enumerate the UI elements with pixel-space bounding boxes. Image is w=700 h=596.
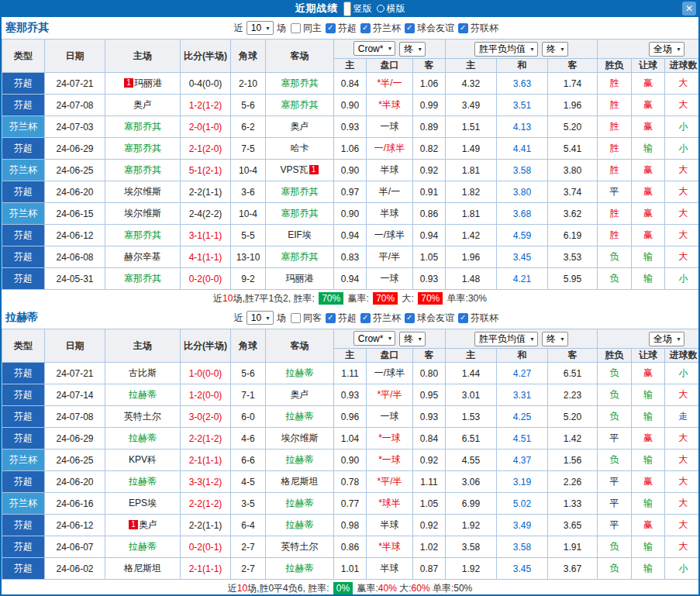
scope-select[interactable]: 全场▼	[649, 42, 684, 57]
sub-column-header: 盘口	[367, 59, 413, 73]
match-date: 24-07-03	[45, 116, 105, 138]
home-team: 英特土尔	[105, 406, 181, 428]
same-venue-checkbox[interactable]: 同主	[291, 22, 322, 35]
europe-draw-odds: 3.45	[497, 558, 548, 580]
match-row: 芬超24-06-29塞那乔其2-1(2-0)7-5哈卡1.06一/球半0.821…	[2, 138, 700, 160]
team-label: 塞那乔其	[281, 251, 319, 262]
summary-part: 场,胜7平1负2, 胜率:	[233, 292, 317, 305]
home-team: 拉赫蒂	[105, 536, 181, 558]
europe-odds-select[interactable]: 胜平负均值▼	[474, 332, 538, 346]
team-label: 埃尔维斯	[281, 432, 319, 443]
result: 胜	[598, 138, 632, 160]
titlebar: 近期战绩 竖版 横版 ✕	[2, 0, 698, 17]
away-team: 塞那乔其	[266, 203, 334, 225]
column-header: 日期	[45, 329, 105, 363]
team-label: 塞那乔其	[281, 186, 319, 197]
handicap-result: 输	[632, 536, 665, 558]
select-value: Crow*	[358, 333, 384, 344]
europe-away-odds: 1.96	[548, 95, 598, 116]
score: 5-1(2-1)	[181, 160, 231, 181]
asian-home-odds: 0.93	[334, 116, 367, 138]
match-date: 24-06-25	[45, 450, 105, 471]
team-label: 塞那乔其	[124, 143, 161, 153]
europe-final-select[interactable]: 终▼	[542, 42, 568, 57]
sub-column-header: 客	[413, 349, 446, 363]
handicap: *一球	[367, 428, 413, 450]
away-team: 英特土尔	[266, 536, 334, 558]
team-label: 塞那乔其	[281, 99, 319, 110]
result: 胜	[598, 160, 632, 181]
asian-away-odds: 1.06	[413, 73, 446, 95]
europe-final-select[interactable]: 终▼	[542, 332, 568, 346]
league-tag: 芬超	[2, 558, 45, 580]
result: 胜	[598, 116, 632, 138]
away-team: 拉赫蒂	[266, 493, 334, 515]
checkbox-icon	[360, 313, 371, 323]
corners: 10-4	[231, 160, 266, 181]
result: 负	[598, 268, 632, 290]
europe-home-odds: 3.58	[446, 536, 497, 558]
column-header: 角球	[231, 329, 266, 363]
summary-part: 近	[213, 292, 222, 305]
match-row: 芬兰杯24-06-15埃尔维斯2-4(2-2)10-4塞那乔其0.90半球0.8…	[2, 203, 700, 225]
league-checkbox[interactable]: 芬超	[326, 312, 357, 325]
europe-draw-odds: 3.45	[497, 246, 548, 268]
asian-final-select[interactable]: 终▼	[399, 42, 426, 57]
summary-part: 10	[222, 293, 233, 304]
league-checkbox[interactable]: 芬兰杯	[360, 312, 401, 325]
team-label: 哈卡	[291, 143, 309, 153]
sub-column-header: 客	[548, 349, 598, 363]
asian-home-odds: 0.94	[334, 268, 367, 290]
match-date: 24-06-12	[45, 515, 105, 536]
away-team: EIF埃	[266, 225, 334, 246]
europe-home-odds: 1.96	[446, 246, 497, 268]
horizontal-layout-radio-icon[interactable]	[377, 5, 384, 12]
league-checkbox[interactable]: 芬联杯	[458, 22, 498, 35]
asian-away-odds: 0.92	[413, 160, 446, 181]
europe-away-odds: 1.33	[548, 493, 598, 515]
league-checkbox[interactable]: 球会友谊	[405, 312, 454, 325]
away-team: 格尼斯坦	[266, 471, 334, 493]
odds-company-select[interactable]: Crow*▼	[353, 331, 396, 346]
vertical-layout-radio-icon[interactable]	[343, 2, 351, 16]
score: 3-3(1-2)	[181, 471, 231, 493]
same-venue-checkbox[interactable]: 同客	[291, 312, 322, 325]
asian-home-odds: 0.84	[334, 73, 367, 95]
vertical-layout-label[interactable]: 竖版	[353, 2, 372, 16]
checkbox-label: 同客	[303, 312, 322, 325]
league-checkbox[interactable]: 芬超	[326, 22, 357, 35]
sub-column-header: 盘口	[367, 349, 413, 363]
europe-away-odds: 3.74	[548, 181, 598, 203]
close-button[interactable]: ✕	[682, 2, 696, 16]
sub-column-header: 主	[446, 349, 497, 363]
handicap: 一/球半	[367, 138, 413, 160]
scope-select[interactable]: 全场▼	[649, 332, 684, 346]
home-team: 塞那乔其	[105, 268, 181, 290]
league-checkbox[interactable]: 芬联杯	[458, 312, 498, 325]
team-name: 拉赫蒂	[5, 311, 38, 325]
handicap: 一球	[367, 116, 413, 138]
europe-away-odds: 1.74	[548, 73, 598, 95]
away-team: 塞那乔其	[266, 95, 334, 116]
league-checkbox[interactable]: 球会友谊	[405, 22, 454, 35]
corners: 3-5	[231, 493, 266, 515]
match-row: 芬兰杯24-06-25KPV科2-1(1-1)6-6拉赫蒂0.90*一球0.92…	[2, 450, 700, 471]
odds-company-select[interactable]: Crow*▼	[353, 41, 396, 56]
games-label: 场	[277, 22, 286, 35]
games-count-select[interactable]: 10▼	[247, 21, 274, 35]
asian-away-odds: 0.87	[413, 558, 446, 580]
asian-final-select[interactable]: 终▼	[399, 332, 426, 346]
horizontal-layout-label[interactable]: 横版	[387, 2, 405, 16]
league-checkbox[interactable]: 芬兰杯	[360, 22, 401, 35]
asian-away-odds: 1.05	[413, 493, 446, 515]
corners: 4-5	[231, 471, 266, 493]
match-row: 芬超24-05-31塞那乔其0-2(0-0)9-2玛丽港0.94一球0.931.…	[2, 268, 700, 290]
away-team: 塞那乔其	[266, 73, 334, 95]
europe-away-odds: 3.62	[548, 203, 598, 225]
europe-odds-select[interactable]: 胜平负均值▼	[474, 42, 538, 57]
europe-draw-odds: 3.49	[497, 515, 548, 536]
team-label: 拉赫蒂	[129, 432, 157, 443]
games-count-select[interactable]: 10▼	[247, 311, 274, 325]
team-label: 拉赫蒂	[286, 411, 314, 422]
checkbox-label: 同主	[303, 22, 322, 35]
